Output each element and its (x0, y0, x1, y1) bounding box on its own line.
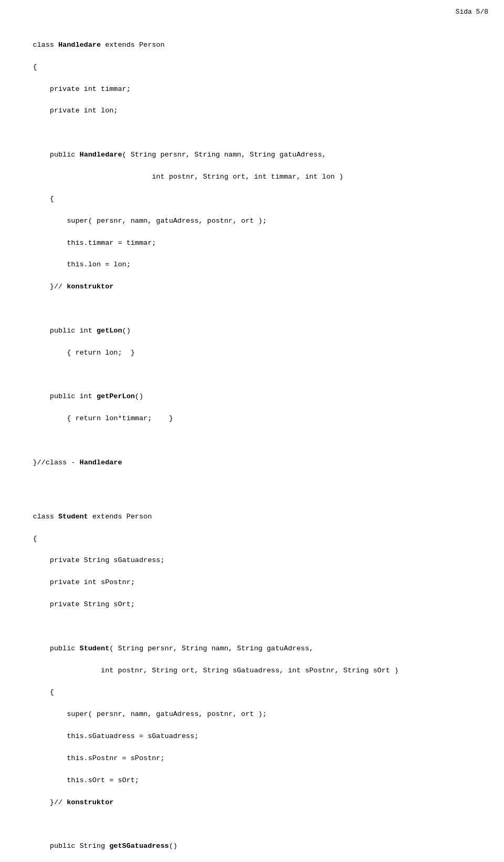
line-getlon: public int getLon() (33, 327, 130, 335)
line-private-lon: private int lon; (33, 107, 118, 115)
line-private-sort: private String sOrt; (33, 600, 134, 608)
line-this-lon: this.lon = lon; (33, 261, 130, 268)
line-this-timmar: this.timmar = timmar; (33, 239, 156, 247)
student-class-block: class Student extends Person { private S… (16, 501, 488, 862)
handledare-class-block: class Handledare extends Person { privat… (16, 29, 488, 480)
line-class-handledare-end: }//class - Handledare (33, 459, 122, 466)
line-this-spostnr: this.sPostnr = sPostnr; (33, 754, 164, 762)
line-getlon-body: { return lon; } (33, 349, 134, 357)
line-constructor-open: { (33, 195, 54, 203)
line-this-sgatu: this.sGatuadress = sGatuadress; (33, 732, 198, 740)
line-constructor-student: public Student( String persnr, String na… (33, 645, 313, 652)
line-private-spostnr: private int sPostnr; (33, 578, 134, 586)
page-number: Sida 5/8 (456, 8, 488, 16)
line-this-sort: this.sOrt = sOrt; (33, 776, 139, 784)
line-getsgatu: public String getSGatuadress() (33, 842, 177, 850)
line-getperlon-body: { return lon*timmar; } (33, 414, 173, 422)
line-class-student: class Student extends Person (33, 513, 152, 521)
line-private-timmar: private int timmar; (33, 85, 130, 93)
line-student-konstruktor: }// konstruktor (33, 798, 113, 806)
line-open-brace-1: { (33, 63, 37, 71)
line-constructor-student-open: { (33, 688, 54, 696)
line-konstruktor-comment: }// konstruktor (33, 283, 113, 290)
line-open-brace-2: { (33, 535, 37, 543)
page-container: Sida 5/8 class Handledare extends Person… (0, 0, 504, 862)
line-getperlon: public int getPerLon() (33, 392, 143, 400)
line-super-call: super( persnr, namn, gatuAdress, postnr,… (33, 217, 267, 225)
line-constructor-student-params: int postnr, String ort, String sGatuadre… (33, 667, 398, 674)
line-private-sgatu: private String sGatuadress; (33, 556, 164, 564)
line-student-super: super( persnr, namn, gatuAdress, postnr,… (33, 710, 267, 718)
line-constructor-params: int postnr, String ort, int timmar, int … (33, 173, 343, 181)
line-class-handledare: class Handledare extends Person (33, 41, 164, 49)
line-constructor-handledare: public Handledare( String persnr, String… (33, 151, 326, 159)
